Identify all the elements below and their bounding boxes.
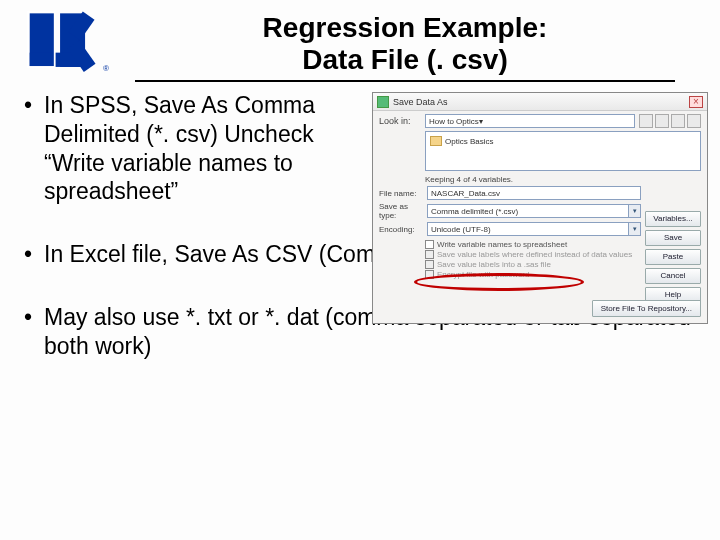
filename-field[interactable]: NASCAR_Data.csv (427, 186, 641, 200)
slide-title: Regression Example: Data File (. csv) (114, 8, 696, 82)
chevron-down-icon[interactable]: ▾ (479, 117, 483, 126)
cancel-button[interactable]: Cancel (645, 268, 701, 284)
folder-browser[interactable]: Optics Basics (425, 131, 701, 171)
title-line1: Regression Example: (114, 12, 696, 44)
lookin-label: Look in: (379, 116, 425, 126)
keeping-label: Keeping 4 of 4 variables. (425, 175, 701, 184)
store-repo-button[interactable]: Store File To Repository... (592, 300, 701, 317)
encoding-label: Encoding: (379, 225, 427, 234)
dialog-title: Save Data As (393, 97, 448, 107)
uk-logo: ® (24, 8, 114, 83)
highlight-ellipse (414, 273, 584, 291)
close-icon[interactable]: × (689, 96, 703, 108)
bullet-dot: • (24, 240, 44, 269)
chevron-down-icon[interactable]: ▾ (628, 205, 640, 217)
saveastype-label: Save as type: (379, 202, 427, 220)
filename-label: File name: (379, 189, 427, 198)
paste-button[interactable]: Paste (645, 249, 701, 265)
encoding-field[interactable]: Unicode (UTF-8)▾ (427, 222, 641, 236)
bullet-dot: • (24, 303, 44, 361)
new-folder-icon[interactable] (671, 114, 685, 128)
lookin-field[interactable]: How to Optics▾ (425, 114, 635, 128)
folder-item[interactable]: Optics Basics (430, 136, 493, 146)
variables-button[interactable]: Variables... (645, 211, 701, 227)
saveastype-field[interactable]: Comma delimited (*.csv)▾ (427, 204, 641, 218)
up-folder-icon[interactable] (639, 114, 653, 128)
title-line2: Data File (. csv) (114, 44, 696, 76)
bullet-dot: • (24, 91, 44, 206)
bullet-1: In SPSS, Save As Comma Delimited (*. csv… (44, 91, 374, 206)
folder-icon (430, 136, 442, 146)
home-icon[interactable] (655, 114, 669, 128)
svg-text:®: ® (103, 64, 109, 73)
dialog-app-icon (377, 96, 389, 108)
save-button[interactable]: Save (645, 230, 701, 246)
chevron-down-icon[interactable]: ▾ (628, 223, 640, 235)
list-view-icon[interactable] (687, 114, 701, 128)
save-dialog: Save Data As × Look in: How to Optics▾ O… (372, 92, 708, 324)
